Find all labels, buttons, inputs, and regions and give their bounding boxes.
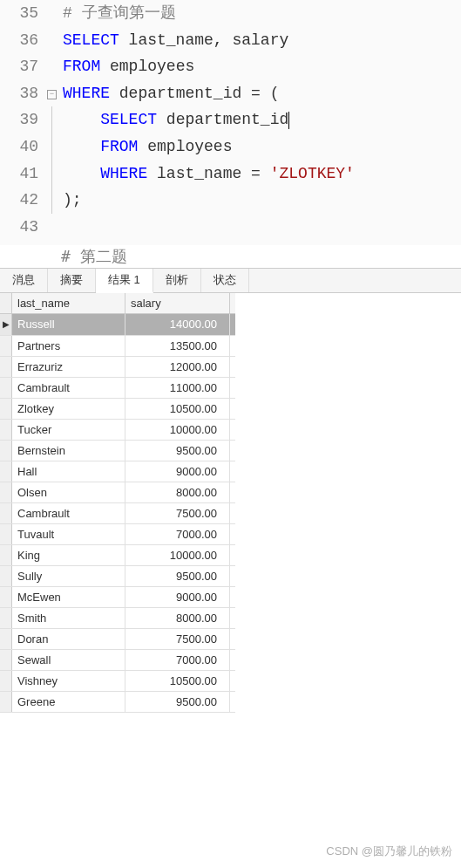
cell-salary[interactable]: 8000.00 — [125, 608, 230, 628]
code-content[interactable]: SELECT department_id — [63, 106, 289, 133]
table-row[interactable]: Cambrault11000.00 — [0, 378, 235, 399]
cell-last-name[interactable]: Partners — [12, 336, 125, 356]
line-number: 38 — [0, 80, 47, 107]
cell-last-name[interactable]: Cambrault — [12, 378, 125, 398]
cell-salary[interactable]: 9000.00 — [125, 587, 230, 607]
cell-salary[interactable]: 9500.00 — [125, 441, 230, 461]
row-marker: ▶ — [0, 314, 12, 335]
table-row[interactable]: Vishney10500.00 — [0, 671, 235, 692]
cell-last-name[interactable]: Sewall — [12, 650, 125, 670]
cell-salary[interactable]: 7500.00 — [125, 629, 230, 649]
code-content[interactable]: FROM employees — [63, 133, 232, 161]
cell-last-name[interactable]: Zlotkey — [12, 399, 125, 419]
row-marker — [0, 378, 12, 398]
code-content[interactable]: FROM employees — [63, 53, 194, 80]
code-content[interactable]: ); — [63, 187, 82, 214]
row-marker — [0, 441, 12, 461]
code-content[interactable]: SELECT last_name, salary — [63, 27, 288, 54]
cell-last-name[interactable]: King — [12, 545, 125, 565]
token-kw: WHERE — [100, 165, 147, 182]
cell-salary[interactable]: 12000.00 — [125, 357, 230, 377]
table-row[interactable]: Zlotkey10500.00 — [0, 399, 235, 420]
cell-salary[interactable]: 10500.00 — [125, 399, 230, 419]
cell-salary[interactable]: 14000.00 — [125, 314, 230, 335]
token-ident: department_id = ( — [110, 85, 279, 102]
cell-salary[interactable]: 9500.00 — [125, 566, 230, 586]
tab-4[interactable]: 状态 — [201, 269, 249, 292]
cell-salary[interactable]: 11000.00 — [125, 378, 230, 398]
column-header-salary[interactable]: salary — [125, 293, 230, 313]
cell-last-name[interactable]: Tuvault — [12, 524, 125, 544]
fold-guide — [51, 106, 63, 133]
code-content[interactable]: WHERE last_name = 'ZLOTKEY' — [63, 161, 355, 188]
tab-1[interactable]: 摘要 — [48, 269, 96, 292]
table-row[interactable]: Hall9000.00 — [0, 461, 235, 482]
token-ident: employees — [138, 138, 232, 155]
code-line[interactable]: 35# 子查询第一题 — [0, 0, 461, 27]
cell-salary[interactable]: 13500.00 — [125, 336, 230, 356]
cell-last-name[interactable]: McEwen — [12, 587, 125, 607]
table-row[interactable]: Doran7500.00 — [0, 629, 235, 650]
cell-salary[interactable]: 7000.00 — [125, 650, 230, 670]
cell-last-name[interactable]: Bernstein — [12, 441, 125, 461]
cell-last-name[interactable]: Smith — [12, 608, 125, 628]
code-line[interactable]: 40 FROM employees — [0, 133, 461, 161]
line-number: 35 — [0, 0, 47, 27]
table-row[interactable]: Sewall7000.00 — [0, 650, 235, 671]
code-line[interactable]: 42); — [0, 187, 461, 214]
code-line[interactable]: 36SELECT last_name, salary — [0, 27, 461, 54]
cell-last-name[interactable]: Vishney — [12, 671, 125, 691]
code-line[interactable]: 43 — [0, 214, 461, 241]
tab-3[interactable]: 剖析 — [153, 269, 201, 292]
fold-minus-icon[interactable]: − — [47, 90, 57, 99]
cell-last-name[interactable]: Hall — [12, 461, 125, 482]
table-row[interactable]: King10000.00 — [0, 545, 235, 566]
token-str: 'ZLOTKEY' — [270, 165, 355, 182]
line-number: 36 — [0, 27, 47, 54]
table-row[interactable]: Bernstein9500.00 — [0, 441, 235, 461]
cell-salary[interactable]: 10000.00 — [125, 545, 230, 565]
cell-salary[interactable]: 8000.00 — [125, 482, 230, 502]
fold-gutter — [47, 161, 63, 188]
cell-last-name[interactable]: Cambrault — [12, 503, 125, 523]
table-row[interactable]: Partners13500.00 — [0, 336, 235, 357]
cell-last-name[interactable]: Tucker — [12, 420, 125, 440]
cell-salary[interactable]: 9000.00 — [125, 461, 230, 482]
code-content[interactable]: WHERE department_id = ( — [63, 80, 279, 107]
cell-last-name[interactable]: Errazuriz — [12, 357, 125, 377]
table-row[interactable]: Errazuriz12000.00 — [0, 357, 235, 378]
cell-salary[interactable]: 7500.00 — [125, 503, 230, 523]
cell-last-name[interactable]: Russell — [12, 314, 125, 335]
table-row[interactable]: Tuvault7000.00 — [0, 524, 235, 545]
table-row[interactable]: Olsen8000.00 — [0, 482, 235, 503]
table-row[interactable]: Greene9500.00 — [0, 692, 235, 713]
sql-editor[interactable]: 35# 子查询第一题36SELECT last_name, salary37FR… — [0, 0, 461, 245]
token-ident — [63, 111, 100, 128]
results-grid[interactable]: last_name salary ▶Russell14000.00Partner… — [0, 293, 235, 713]
cell-salary[interactable]: 10000.00 — [125, 420, 230, 440]
table-row[interactable]: Sully9500.00 — [0, 566, 235, 587]
code-content[interactable]: # 子查询第一题 — [63, 0, 176, 27]
table-row[interactable]: ▶Russell14000.00 — [0, 314, 235, 336]
table-row[interactable]: Smith8000.00 — [0, 608, 235, 629]
table-row[interactable]: Cambrault7500.00 — [0, 503, 235, 524]
row-marker — [0, 545, 12, 565]
code-line[interactable]: 38−WHERE department_id = ( — [0, 80, 461, 107]
cell-salary[interactable]: 7000.00 — [125, 524, 230, 544]
cell-last-name[interactable]: Sully — [12, 566, 125, 586]
code-line[interactable]: 41 WHERE last_name = 'ZLOTKEY' — [0, 161, 461, 188]
column-header-last-name[interactable]: last_name — [12, 293, 125, 313]
code-line[interactable]: 37FROM employees — [0, 53, 461, 80]
code-line[interactable]: 39 SELECT department_id — [0, 106, 461, 133]
cell-salary[interactable]: 10500.00 — [125, 671, 230, 691]
table-row[interactable]: McEwen9000.00 — [0, 587, 235, 608]
cell-salary[interactable]: 9500.00 — [125, 692, 230, 712]
cell-last-name[interactable]: Greene — [12, 692, 125, 712]
tab-2[interactable]: 结果 1 — [96, 269, 153, 293]
fold-gutter[interactable]: − — [47, 80, 63, 107]
table-row[interactable]: Tucker10000.00 — [0, 420, 235, 441]
row-marker — [0, 357, 12, 377]
cell-last-name[interactable]: Doran — [12, 629, 125, 649]
cell-last-name[interactable]: Olsen — [12, 482, 125, 502]
tab-0[interactable]: 消息 — [0, 269, 48, 292]
